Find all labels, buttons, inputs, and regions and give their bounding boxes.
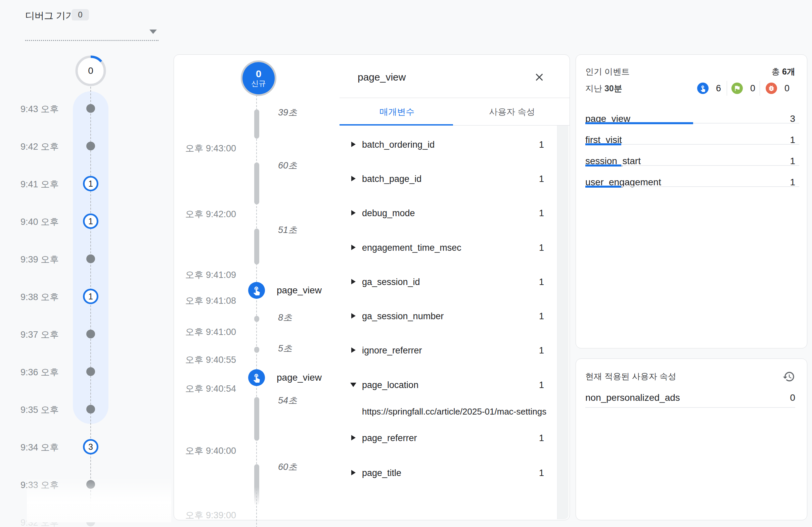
chevron-collapsed-icon <box>351 176 356 181</box>
counter-divider <box>759 81 760 96</box>
chevron-expanded-icon <box>350 383 356 387</box>
counter-flag: 0 <box>731 83 755 94</box>
device-count-badge: 0 <box>72 9 89 20</box>
counter-value: 0 <box>784 83 789 94</box>
stream-time-label: 오후 9:41:09 <box>174 269 236 281</box>
device-selector[interactable] <box>25 20 159 41</box>
parameter-row[interactable]: page_location1 <box>351 378 544 392</box>
close-icon[interactable] <box>533 71 546 84</box>
minute-time-label: 9:37 오후 <box>0 328 59 341</box>
left-panel-fade <box>27 477 171 522</box>
minute-time-label: 9:43 오후 <box>0 103 59 115</box>
parameter-count: 1 <box>539 138 544 151</box>
parameter-row[interactable]: batch_ordering_id1 <box>351 138 544 151</box>
minute-event-count[interactable]: 1 <box>83 176 98 191</box>
stream-time-label: 오후 9:43:00 <box>174 142 236 155</box>
chevron-collapsed-icon <box>351 210 356 216</box>
engagement-duration-label: 51초 <box>278 224 297 236</box>
detail-scrollbar[interactable] <box>557 126 568 519</box>
minute-dot[interactable] <box>86 405 95 413</box>
touch-icon <box>248 282 265 299</box>
chevron-collapsed-icon <box>351 279 356 284</box>
flag-icon <box>734 85 741 92</box>
parameter-row[interactable]: ga_session_id1 <box>351 275 544 289</box>
parameter-name: ga_session_number <box>362 309 444 323</box>
engagement-duration-label: 39초 <box>278 106 297 118</box>
touch-icon <box>251 372 262 383</box>
parameter-count: 1 <box>539 241 544 254</box>
minute-dot[interactable] <box>86 142 95 150</box>
stream-event-label: page_view <box>277 372 322 383</box>
minute-time-label: 9:36 오후 <box>0 366 59 378</box>
parameter-row[interactable]: page_referrer1 <box>351 431 544 445</box>
parameter-name: engagement_time_msec <box>362 241 461 254</box>
parameter-row[interactable]: ga_session_number1 <box>351 309 544 323</box>
parameter-name: debug_mode <box>362 206 415 220</box>
parameter-count: 1 <box>539 378 544 392</box>
stream-time-label: 오후 9:40:55 <box>174 354 236 366</box>
new-events-circle[interactable]: 0 신규 <box>243 62 275 94</box>
engagement-duration-label: 60초 <box>278 159 297 172</box>
touch-icon <box>697 83 709 94</box>
minute-time-label: 9:41 오후 <box>0 178 59 190</box>
top-event-bar <box>585 164 621 166</box>
stream-time-label: 오후 9:41:00 <box>174 326 236 338</box>
minute-dot[interactable] <box>86 104 95 113</box>
top-events-title: 인기 이벤트 <box>585 66 630 77</box>
minute-dot[interactable] <box>86 330 95 338</box>
top-event-bar <box>585 186 621 188</box>
engagement-duration-label: 5초 <box>278 342 292 354</box>
flag-icon <box>731 83 743 94</box>
stream-event[interactable]: page_view <box>248 369 322 386</box>
minute-time-label: 9:39 오후 <box>0 253 59 265</box>
touch-icon <box>699 85 707 92</box>
minute-event-count[interactable]: 3 <box>83 439 98 454</box>
parameter-name: ga_session_id <box>362 275 420 289</box>
minute-event-count[interactable]: 1 <box>83 214 98 229</box>
user-property-divider <box>585 407 795 408</box>
chevron-collapsed-icon <box>351 142 356 147</box>
engagement-segment <box>254 109 259 138</box>
top-event-bar <box>585 143 621 145</box>
new-events-label: 신규 <box>251 79 266 88</box>
counter-value: 0 <box>750 83 755 94</box>
parameter-row[interactable]: batch_page_id1 <box>351 172 544 186</box>
chevron-collapsed-icon <box>351 313 356 319</box>
parameter-count: 1 <box>539 172 544 186</box>
stream-event-label: page_view <box>277 285 322 296</box>
current-minute-circle[interactable]: 0 <box>75 55 107 87</box>
counter-value: 6 <box>716 83 721 94</box>
parameter-row[interactable]: page_title1 <box>351 466 544 480</box>
parameter-row[interactable]: ignore_referrer1 <box>351 344 544 357</box>
parameter-name: ignore_referrer <box>362 344 422 357</box>
engagement-duration-label: 60초 <box>278 461 297 473</box>
tab-user-properties[interactable]: 사용자 속성 <box>455 98 570 126</box>
counter-divider <box>727 81 727 96</box>
minute-dot[interactable] <box>86 367 95 376</box>
tab-parameters[interactable]: 매개변수 <box>339 98 455 126</box>
engagement-segment <box>254 347 259 353</box>
history-icon[interactable] <box>782 370 796 383</box>
user-property-name: non_personalized_ads <box>585 392 680 403</box>
touch-icon <box>251 285 262 295</box>
parameter-row[interactable]: engagement_time_msec1 <box>351 241 544 254</box>
engagement-duration-label: 8초 <box>278 311 292 324</box>
time-window-label: 지난 30분 <box>585 83 622 94</box>
active-tab-indicator <box>339 124 453 126</box>
minute-event-count[interactable]: 1 <box>83 289 98 304</box>
chevron-down-icon <box>149 30 157 34</box>
parameter-name: page_title <box>362 466 401 480</box>
minute-dot[interactable] <box>86 254 95 263</box>
bug-icon <box>766 83 777 94</box>
parameter-row[interactable]: debug_mode1 <box>351 206 544 220</box>
stream-time-label: 오후 9:42:00 <box>174 208 236 220</box>
parameter-value-text: https://springfall.cc/article/2025-01/ma… <box>362 407 546 417</box>
parameter-count: 1 <box>539 309 544 323</box>
parameter-name: batch_ordering_id <box>362 138 435 151</box>
touch-icon <box>248 369 265 386</box>
stream-event[interactable]: page_view <box>248 282 322 299</box>
chevron-collapsed-icon <box>351 348 356 353</box>
chevron-collapsed-icon <box>351 245 356 250</box>
engagement-segment <box>254 397 259 441</box>
parameter-count: 1 <box>539 431 544 445</box>
